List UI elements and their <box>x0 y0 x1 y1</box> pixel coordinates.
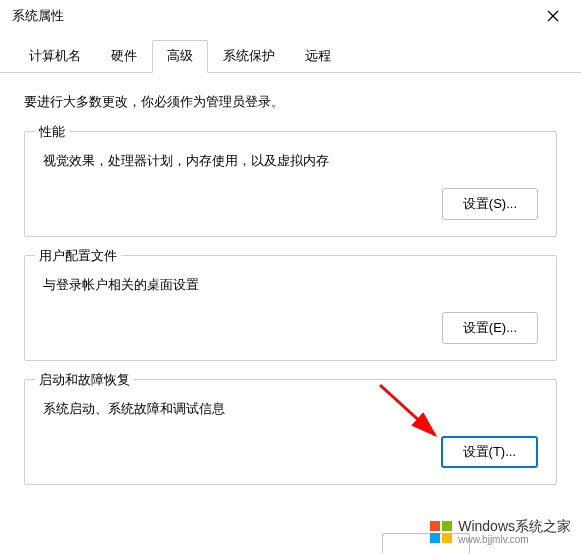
tab-remote[interactable]: 远程 <box>290 40 346 72</box>
tab-computer-name[interactable]: 计算机名 <box>14 40 96 72</box>
watermark-brand: Windows系统之家 <box>458 519 571 534</box>
startup-recovery-title: 启动和故障恢复 <box>35 371 134 389</box>
window-title: 系统属性 <box>12 7 64 25</box>
tab-content: 要进行大多数更改，你必须作为管理员登录。 性能 视觉效果，处理器计划，内存使用，… <box>0 73 581 523</box>
performance-desc: 视觉效果，处理器计划，内存使用，以及虚拟内存 <box>43 152 538 170</box>
windows-logo-icon <box>430 521 452 543</box>
startup-recovery-desc: 系统启动、系统故障和调试信息 <box>43 400 538 418</box>
performance-group: 性能 视觉效果，处理器计划，内存使用，以及虚拟内存 设置(S)... <box>24 131 557 237</box>
performance-title: 性能 <box>35 123 69 141</box>
watermark: Windows系统之家 www.bjjmlv.com <box>430 519 571 545</box>
user-profiles-settings-button[interactable]: 设置(E)... <box>442 312 538 344</box>
close-button[interactable] <box>537 4 569 28</box>
tab-system-protection[interactable]: 系统保护 <box>208 40 290 72</box>
startup-recovery-group: 启动和故障恢复 系统启动、系统故障和调试信息 设置(T)... <box>24 379 557 485</box>
tab-advanced[interactable]: 高级 <box>152 40 208 73</box>
user-profiles-group: 用户配置文件 与登录帐户相关的桌面设置 设置(E)... <box>24 255 557 361</box>
user-profiles-title: 用户配置文件 <box>35 247 121 265</box>
performance-settings-button[interactable]: 设置(S)... <box>442 188 538 220</box>
admin-instruction: 要进行大多数更改，你必须作为管理员登录。 <box>24 93 557 111</box>
close-icon <box>547 10 559 22</box>
user-profiles-desc: 与登录帐户相关的桌面设置 <box>43 276 538 294</box>
tab-bar: 计算机名 硬件 高级 系统保护 远程 <box>0 40 581 73</box>
startup-recovery-settings-button[interactable]: 设置(T)... <box>441 436 538 468</box>
titlebar: 系统属性 <box>0 0 581 32</box>
watermark-url: www.bjjmlv.com <box>458 534 571 545</box>
tab-hardware[interactable]: 硬件 <box>96 40 152 72</box>
